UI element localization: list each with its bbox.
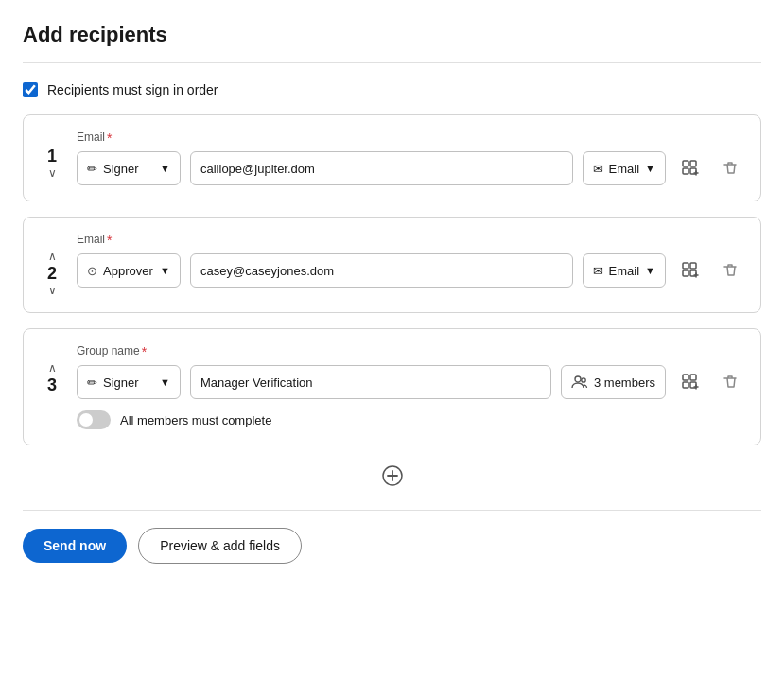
field-label-2: Email xyxy=(77,233,105,246)
field-main-row-2: ⊙ Approver ▼ ✉ Email ▼ xyxy=(77,253,745,288)
delete-btn-1[interactable] xyxy=(715,151,745,185)
svg-rect-7 xyxy=(690,263,696,269)
page-title: Add recipients xyxy=(23,23,761,47)
delivery-btn-1[interactable]: ✉ Email ▼ xyxy=(583,151,666,185)
footer-buttons: Send now Preview & add fields xyxy=(23,528,761,564)
title-divider xyxy=(23,62,761,63)
group-name-input-3[interactable] xyxy=(190,365,551,399)
step-number-1: 1 xyxy=(47,148,57,165)
fields-icon-btn-1[interactable] xyxy=(675,151,706,185)
step-number-3: 3 xyxy=(47,376,57,393)
chevron-down-btn-1[interactable]: ∨ xyxy=(44,166,61,180)
delivery-chevron-2: ▼ xyxy=(645,265,655,276)
svg-rect-14 xyxy=(683,375,688,380)
field-main-row-1: ✏ Signer ▼ ✉ Email ▼ xyxy=(77,151,745,185)
label-row-2: Email * xyxy=(77,233,745,248)
members-count-3: 3 members xyxy=(594,375,655,390)
all-members-label: All members must complete xyxy=(120,413,271,427)
field-main-row-3: ✏ Signer ▼ 3 members xyxy=(77,365,745,399)
delete-btn-3[interactable] xyxy=(715,365,745,399)
members-btn-3[interactable]: 3 members xyxy=(561,365,666,399)
role-label-2: Approver xyxy=(103,264,153,278)
email-input-2[interactable] xyxy=(190,253,573,288)
svg-rect-16 xyxy=(683,382,688,388)
role-select-1[interactable]: ✏ Signer ▼ xyxy=(77,151,181,185)
fields-svg-2 xyxy=(681,261,700,280)
role-label-3: Signer xyxy=(103,375,139,390)
field-group-1: Email * ✏ Signer ▼ ✉ Email ▼ xyxy=(77,131,745,185)
recipient-row-1: 1 ∨ Email * ✏ Signer ▼ ✉ Em xyxy=(39,131,745,185)
role-label-1: Signer xyxy=(103,162,139,176)
email-icon-1: ✉ xyxy=(593,162,603,176)
trash-svg-1 xyxy=(722,160,739,177)
step-number-2: 2 xyxy=(47,265,57,282)
role-chevron-2: ▼ xyxy=(160,265,170,276)
role-select-2[interactable]: ⊙ Approver ▼ xyxy=(77,253,181,288)
delivery-label-2: Email xyxy=(609,264,640,278)
sign-order-row: Recipients must sign in order xyxy=(23,82,761,97)
step-control-1: 1 ∨ xyxy=(39,131,65,180)
required-star-2: * xyxy=(107,233,112,248)
send-now-button[interactable]: Send now xyxy=(23,529,127,563)
members-svg-3 xyxy=(571,374,588,391)
role-chevron-1: ▼ xyxy=(160,163,170,174)
signer-icon-1: ✏ xyxy=(87,162,97,176)
step-control-2: ∧ 2 ∨ xyxy=(39,233,65,297)
svg-point-12 xyxy=(575,376,581,382)
sign-order-label[interactable]: Recipients must sign in order xyxy=(47,82,218,97)
toggle-slider-3 xyxy=(77,410,111,429)
recipient-row-3: ∧ 3 Group name * ✏ Signer ▼ xyxy=(39,344,745,399)
recipient-card-3: ∧ 3 Group name * ✏ Signer ▼ xyxy=(23,328,761,445)
field-group-2: Email * ⊙ Approver ▼ ✉ Email ▼ xyxy=(77,233,745,288)
add-recipient-row xyxy=(23,461,761,491)
email-input-1[interactable] xyxy=(190,151,573,185)
page-container: Add recipients Recipients must sign in o… xyxy=(0,0,784,586)
field-group-3: Group name * ✏ Signer ▼ xyxy=(77,344,745,399)
label-row-1: Email * xyxy=(77,131,745,146)
label-row-3: Group name * xyxy=(77,344,745,359)
field-label-3: Group name xyxy=(77,344,140,357)
approver-icon-2: ⊙ xyxy=(87,264,97,278)
recipient-card-1: 1 ∨ Email * ✏ Signer ▼ ✉ Em xyxy=(23,114,761,201)
step-control-3: ∧ 3 xyxy=(39,344,65,393)
fields-icon-btn-2[interactable] xyxy=(675,253,706,288)
required-star-3: * xyxy=(142,344,147,359)
field-label-1: Email xyxy=(77,131,105,144)
svg-rect-0 xyxy=(683,161,688,166)
preview-add-fields-button[interactable]: Preview & add fields xyxy=(138,528,302,564)
footer-divider xyxy=(23,510,761,511)
recipient-row-2: ∧ 2 ∨ Email * ⊙ Approver ▼ ✉ xyxy=(39,233,745,297)
svg-rect-2 xyxy=(683,168,688,174)
sign-order-checkbox[interactable] xyxy=(23,82,38,97)
delivery-btn-2[interactable]: ✉ Email ▼ xyxy=(583,253,666,288)
delivery-chevron-1: ▼ xyxy=(645,163,655,174)
fields-svg-3 xyxy=(681,373,700,392)
signer-icon-3: ✏ xyxy=(87,375,97,390)
chevron-down-btn-2[interactable]: ∨ xyxy=(44,284,61,297)
trash-svg-2 xyxy=(722,262,739,279)
svg-rect-6 xyxy=(683,263,688,269)
add-recipient-btn[interactable] xyxy=(377,461,408,491)
role-select-3[interactable]: ✏ Signer ▼ xyxy=(77,365,181,399)
svg-rect-1 xyxy=(690,161,696,166)
svg-rect-15 xyxy=(690,375,696,380)
svg-rect-8 xyxy=(683,270,688,276)
toggle-row-3: All members must complete xyxy=(39,410,745,429)
delete-btn-2[interactable] xyxy=(715,253,745,288)
add-icon xyxy=(381,464,404,487)
required-star-1: * xyxy=(107,131,112,146)
role-chevron-3: ▼ xyxy=(160,376,170,388)
trash-svg-3 xyxy=(722,374,739,391)
email-icon-2: ✉ xyxy=(593,264,603,278)
fields-svg-1 xyxy=(681,159,700,178)
svg-point-13 xyxy=(582,378,585,382)
delivery-label-1: Email xyxy=(609,162,640,176)
recipient-card-2: ∧ 2 ∨ Email * ⊙ Approver ▼ ✉ xyxy=(23,217,761,313)
chevron-up-btn-2[interactable]: ∧ xyxy=(44,250,61,263)
all-members-toggle[interactable] xyxy=(77,410,111,429)
fields-icon-btn-3[interactable] xyxy=(675,365,706,399)
chevron-up-btn-3[interactable]: ∧ xyxy=(44,361,61,375)
